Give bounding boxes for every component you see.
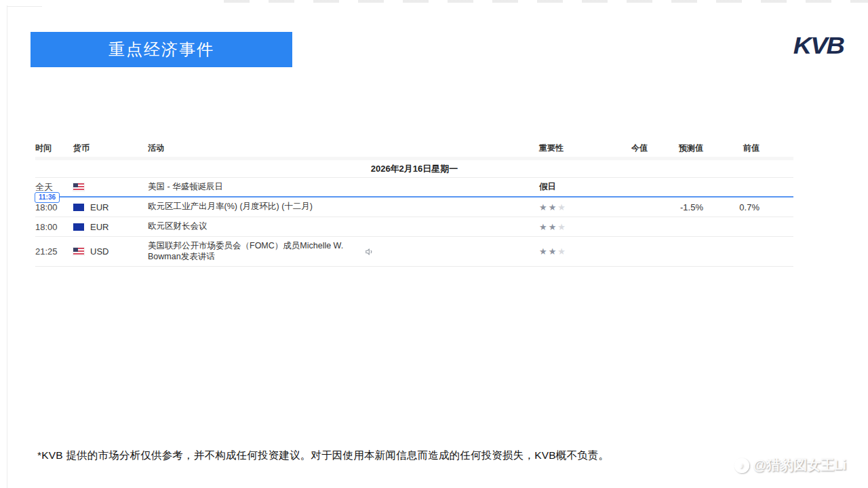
star-filled-icon: ★ xyxy=(549,222,558,232)
event-time: 全天 xyxy=(35,181,73,193)
event-title: 美国 - 华盛顿诞辰日 xyxy=(148,182,223,193)
currency-code: EUR xyxy=(90,222,108,232)
activity-cell: 美国联邦公开市场委员会（FOMC）成员Michelle W. Bowman发表讲… xyxy=(148,241,539,262)
currency-cell: EUR xyxy=(73,202,148,212)
date-group-header: 2026年2月16日星期一 xyxy=(35,160,793,178)
country-flag-icon xyxy=(73,248,84,255)
col-header-forecast: 预测值 xyxy=(648,143,703,154)
star-filled-icon: ★ xyxy=(549,246,558,257)
currency-code: USD xyxy=(90,246,108,257)
col-header-importance: 重要性 xyxy=(539,143,597,154)
star-filled-icon: ★ xyxy=(549,202,558,212)
event-time: 18:00 xyxy=(35,202,73,212)
page-corner-line xyxy=(7,6,42,7)
event-title: 欧元区财长会议 xyxy=(148,221,208,232)
currency-code: EUR xyxy=(90,202,108,212)
star-filled-icon: ★ xyxy=(539,246,549,257)
calendar-rows: 全天 美国 - 华盛顿诞辰日 假日 11:36 18:00 EUR 欧元区工业产… xyxy=(35,178,793,267)
importance-rating: ★★★ xyxy=(539,202,597,212)
table-header-row: 时间 货币 活动 重要性 今值 预测值 前值 xyxy=(35,139,793,157)
disclaimer-text: *KVB 提供的市场分析仅供参考，并不构成任何投资建议。对于因使用本新闻信息而造… xyxy=(37,449,609,463)
currency-cell: USD xyxy=(73,246,148,257)
col-header-time: 时间 xyxy=(35,143,73,154)
currency-cell xyxy=(73,183,148,191)
table-row: 18:00 EUR 欧元区工业产出月率(%) (月度环比) (十二月) ★★★ … xyxy=(35,198,793,217)
importance-rating: ★★★ xyxy=(539,246,597,257)
forecast-value: -1.5% xyxy=(648,202,703,212)
date-label: 2026年2月16日星期一 xyxy=(371,163,458,175)
kvb-logo: KVB xyxy=(793,33,844,60)
speaker-icon[interactable] xyxy=(365,247,374,257)
watermark: ♪ @猎豹図女王Li xyxy=(734,456,846,474)
star-filled-icon: ★ xyxy=(539,222,549,232)
table-row: 21:25 USD 美国联邦公开市场委员会（FOMC）成员Michelle W.… xyxy=(35,237,793,267)
event-title: 欧元区工业产出月率(%) (月度环比) (十二月) xyxy=(148,202,313,212)
star-empty-icon: ★ xyxy=(557,202,567,212)
page: 重点经济事件 KVB 时间 货币 活动 重要性 今值 预测值 前值 2026年2… xyxy=(0,0,868,488)
country-flag-icon xyxy=(73,204,84,211)
page-title: 重点经济事件 xyxy=(108,39,214,60)
watermark-text: @猎豹図女王Li xyxy=(753,456,846,474)
country-flag-icon xyxy=(73,183,84,191)
event-time: 18:00 xyxy=(35,222,73,232)
event-time: 21:25 xyxy=(35,246,73,257)
importance-rating: ★★★ xyxy=(539,222,597,232)
table-row: 18:00 EUR 欧元区财长会议 ★★★ xyxy=(35,217,793,237)
currency-cell: EUR xyxy=(73,222,148,232)
page-edge-artifact xyxy=(224,0,868,3)
col-header-currency: 货币 xyxy=(73,143,148,154)
holiday-label: 假日 xyxy=(539,182,556,191)
country-flag-icon xyxy=(73,223,84,231)
page-edge-line xyxy=(7,5,7,488)
star-empty-icon: ★ xyxy=(557,222,567,232)
section-title-banner: 重点经济事件 xyxy=(31,32,292,67)
economic-calendar-table: 时间 货币 活动 重要性 今值 预测值 前值 2026年2月16日星期一 全天 … xyxy=(35,139,793,267)
activity-cell: 美国 - 华盛顿诞辰日 xyxy=(148,182,539,193)
event-title: 美国联邦公开市场委员会（FOMC）成员Michelle W. Bowman发表讲… xyxy=(148,241,358,262)
col-header-previous: 前值 xyxy=(703,143,760,154)
star-empty-icon: ★ xyxy=(557,246,567,257)
music-note-icon: ♪ xyxy=(734,458,749,473)
col-header-actual: 今值 xyxy=(597,143,648,154)
current-time-badge: 11:36 xyxy=(35,192,60,203)
star-filled-icon: ★ xyxy=(539,202,549,212)
activity-cell: 欧元区财长会议 xyxy=(148,221,539,232)
previous-value: 0.7% xyxy=(703,202,760,212)
importance-rating: 假日 xyxy=(539,181,597,193)
col-header-activity: 活动 xyxy=(148,143,539,154)
table-row: 全天 美国 - 华盛顿诞辰日 假日 11:36 xyxy=(35,178,793,198)
activity-cell: 欧元区工业产出月率(%) (月度环比) (十二月) xyxy=(148,202,539,212)
